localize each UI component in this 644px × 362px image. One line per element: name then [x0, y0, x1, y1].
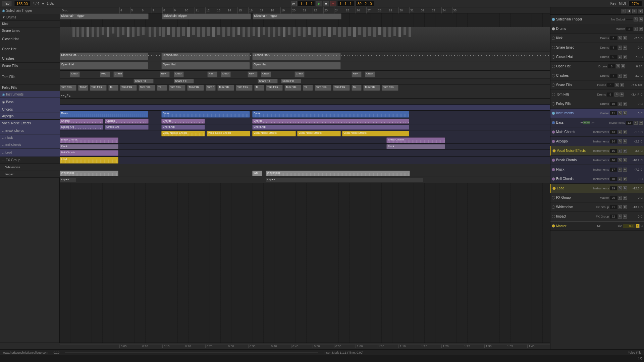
end-position-display[interactable]: 39 . 2 . 0 [355, 1, 374, 6]
clip-tom-5[interactable]: Tom Fills [120, 85, 137, 91]
clip-bell-1[interactable]: Bell Chords [60, 150, 118, 156]
clip-snare-fill-1[interactable]: Snare Fill [133, 79, 154, 83]
kick-clip[interactable] [117, 27, 119, 37]
mx-end-sidechain[interactable]: ⊗ [639, 17, 643, 21]
kick-clip[interactable] [368, 27, 371, 36]
clip-bass-3[interactable]: Bass [252, 111, 409, 118]
mx-bell-chords[interactable]: Bell Chords Instruments 18 S ⊗ 0 C [550, 174, 644, 184]
mx-whitenoise[interactable]: Whitenoise FX Group 21 S ⊗ -13.9 C [550, 202, 644, 212]
kick-clip[interactable] [303, 27, 306, 37]
kick-clip[interactable] [172, 27, 175, 37]
clip-sidechain-1[interactable]: Sidechain Trigger [60, 13, 149, 19]
mx-snare-tuned[interactable]: Snare tuned Drums 4 S ⊗ 0 C [550, 43, 644, 52]
clip-arp-1[interactable]: Simple Arp [60, 125, 103, 130]
mx-instruments[interactable]: Instruments Master 11 S ⊗ 0 C [550, 109, 644, 118]
clip-vocal-1[interactable]: Vocal Noises Effects [161, 131, 205, 136]
clip-tom-18[interactable]: Tom Fills [333, 85, 350, 91]
kick-clip[interactable] [142, 27, 145, 35]
kick-clip[interactable] [383, 27, 386, 37]
kick-clip[interactable] [323, 27, 326, 36]
mx-fx-group[interactable]: FX Group Master 20 S ⊗ 0 C [550, 193, 644, 202]
mx-master[interactable]: Master 1/2 1/2 -0.3 0 C [550, 221, 644, 231]
mx-end-crashes[interactable]: ⊗ [623, 74, 627, 78]
mx-end-tom-fills[interactable]: ⊗ [620, 93, 624, 97]
clip-open-hat-2[interactable]: Open Hat [161, 62, 250, 69]
clip-crash-5[interactable]: Crash [174, 71, 184, 77]
mx-snare-fills[interactable]: Snare Fills Drums 8 S ⊗ -7.6 16L [550, 80, 644, 90]
kick-clip[interactable] [102, 27, 104, 35]
clip-crash-1[interactable]: Crash [70, 71, 80, 77]
kick-clip[interactable] [197, 27, 200, 37]
kick-clip[interactable] [159, 27, 161, 36]
back-button[interactable]: ⏮ [291, 1, 297, 6]
kick-clip[interactable] [97, 27, 99, 37]
mixer-icon-4[interactable]: ⚙ [638, 9, 643, 13]
label-open-hat[interactable]: Open Hat [0, 44, 60, 54]
mx-s-drums[interactable]: S [634, 27, 638, 31]
mx-s-pluck[interactable]: S [618, 168, 622, 172]
mx-impact[interactable]: Impact FX Group 22 S ⊗ 0 C [550, 212, 644, 221]
clip-crash-8[interactable]: Rev [248, 71, 258, 77]
clip-closed-hat-2[interactable]: Closed Hat [161, 53, 250, 60]
clip-tom-13[interactable]: To [254, 85, 264, 91]
clip-break-1[interactable]: Break Chords [60, 137, 118, 143]
clip-lead-1[interactable]: Lead [60, 157, 118, 164]
kick-clip[interactable] [288, 27, 290, 35]
tap-button[interactable]: Tap [2, 1, 11, 6]
kick-clip[interactable] [87, 27, 89, 37]
mx-s-bell[interactable]: S [618, 177, 622, 181]
clip-crash-12[interactable]: Crash [365, 71, 375, 77]
mx-s-sidechain[interactable]: S [634, 17, 638, 21]
kick-clip[interactable] [122, 27, 124, 35]
mx-end-drums[interactable]: ⊗ [639, 27, 643, 31]
clip-tom-4[interactable]: To [108, 85, 118, 91]
kick-clip[interactable] [92, 27, 94, 37]
kick-clip[interactable] [293, 27, 296, 37]
clip-tom-15[interactable]: Tom Fills [284, 85, 301, 91]
mx-s-kick[interactable]: S [618, 36, 622, 40]
mx-end-open-hat[interactable]: ⊗ [621, 64, 625, 68]
mx-vocal-noise[interactable]: Vocal Noise Effects Instruments 15 S ⊗ -… [550, 146, 644, 156]
label-tom-fills[interactable]: Tom Fills [0, 69, 60, 84]
kick-clip[interactable] [388, 27, 391, 37]
mx-s-arpegio[interactable]: S [618, 139, 622, 143]
mx-s-lead[interactable]: S [618, 186, 622, 190]
clip-crash-4[interactable]: Rev [160, 71, 170, 77]
mx-end-kick[interactable]: ⊗ [623, 36, 627, 40]
mx-s-whitenoise[interactable]: S [618, 205, 622, 209]
clip-arp-2[interactable]: Simple Arp [105, 125, 149, 130]
kick-clip[interactable] [358, 27, 361, 35]
clip-tom-16[interactable]: To [303, 85, 313, 91]
clip-crash-6[interactable]: Rev [207, 71, 217, 77]
clip-crash-2[interactable]: Rev [100, 71, 110, 77]
stop-button[interactable]: ■ [323, 1, 329, 6]
clip-whitenoise-2[interactable]: Whi [252, 171, 262, 176]
clip-vocal-3[interactable]: Vocal Noise Effects [252, 131, 296, 136]
kick-clip[interactable] [268, 27, 270, 37]
kick-clip[interactable] [348, 27, 351, 36]
label-lead[interactable]: ... Lead [0, 148, 60, 157]
position-display[interactable]: 1 . 1 . 1 [298, 1, 315, 6]
mx-end-bass[interactable]: ⊗ [639, 121, 643, 125]
mx-break-chords[interactable]: Break Chords Instruments 16 S ⊗ -10.2 C [550, 156, 644, 165]
mx-s-tom-fills[interactable]: S [614, 93, 619, 97]
clip-whitenoise-1[interactable]: Whitenoise [60, 171, 118, 176]
kick-clip[interactable] [212, 27, 215, 37]
label-arpegio[interactable]: Arpegio [0, 113, 60, 120]
kick-clip[interactable] [132, 27, 135, 37]
kick-clip[interactable] [222, 27, 225, 37]
clip-open-hat-3[interactable]: Open Hat [252, 62, 341, 69]
kick-clip[interactable] [363, 27, 366, 37]
mx-end-pluck[interactable]: ⊗ [623, 168, 627, 172]
label-whitenoise[interactable]: ... Whitenoise [0, 164, 60, 171]
mx-s-fx[interactable]: S [618, 196, 622, 200]
label-bass[interactable]: ◉ Bass [0, 98, 60, 106]
kick-clip[interactable] [404, 27, 406, 35]
clip-bass-1[interactable]: Bass [60, 111, 148, 118]
zoom-display[interactable]: 27% [629, 1, 642, 6]
mx-tom-fills[interactable]: Tom Fills Drums 9 S ⊗ -3.4 P C [550, 90, 644, 99]
mx-end-impact[interactable]: ⊗ [623, 215, 627, 219]
mx-crashes[interactable]: Crashes Drums 7 S ⊗ -3.9 C [550, 71, 644, 80]
clip-arp-3[interactable]: Chord Arp [161, 125, 205, 130]
kick-clip[interactable] [313, 27, 316, 37]
